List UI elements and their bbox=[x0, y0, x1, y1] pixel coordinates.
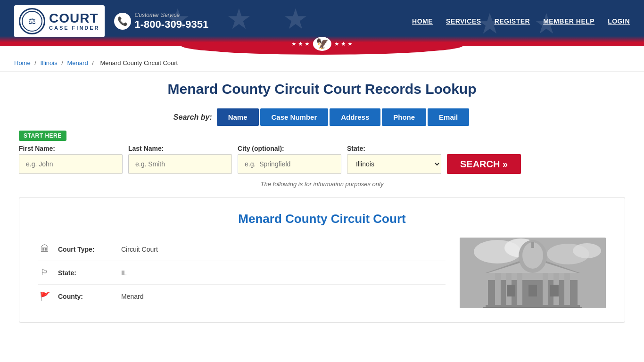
state-label-row: State: bbox=[58, 269, 115, 277]
svg-rect-17 bbox=[507, 285, 515, 296]
svg-rect-6 bbox=[495, 273, 501, 308]
nav-home[interactable]: HOME bbox=[412, 17, 433, 25]
first-name-label: First Name: bbox=[19, 145, 123, 152]
state-icon: 🏳 bbox=[38, 268, 51, 278]
phone-icon: 📞 bbox=[114, 13, 131, 30]
breadcrumb-illinois[interactable]: Illinois bbox=[41, 59, 58, 66]
tab-phone[interactable]: Phone bbox=[382, 108, 426, 126]
breadcrumb-sep-2: / bbox=[61, 59, 65, 66]
city-group: City (optional): bbox=[238, 145, 341, 174]
tab-name[interactable]: Name bbox=[217, 108, 259, 126]
eagle-icon: 🦅 bbox=[313, 37, 331, 51]
state-value: IL bbox=[121, 269, 127, 277]
last-name-group: Last Name: bbox=[128, 145, 232, 174]
breadcrumb-home[interactable]: Home bbox=[14, 59, 31, 66]
tab-case-number[interactable]: Case Number bbox=[260, 108, 329, 126]
county-value: Menard bbox=[121, 293, 143, 300]
court-info-details: 🏛 Court Type: Circuit Court 🏳 State: IL … bbox=[38, 238, 446, 308]
court-image bbox=[460, 238, 606, 308]
state-group: State: Illinois Alabama Alaska Arizona A… bbox=[347, 145, 441, 174]
nav-services[interactable]: SERVICES bbox=[446, 17, 481, 25]
main-nav: HOME SERVICES REGISTER MEMBER HELP LOGIN bbox=[412, 17, 630, 25]
breadcrumb-menard[interactable]: Menard bbox=[67, 59, 88, 66]
star-decoration: ★ bbox=[283, 2, 308, 35]
city-input[interactable] bbox=[238, 154, 341, 174]
eagle-stars-row: ★ ★ ★ 🦅 ★ ★ ★ bbox=[291, 37, 353, 51]
last-name-label: Last Name: bbox=[128, 145, 232, 152]
breadcrumb-sep-3: / bbox=[92, 59, 95, 66]
info-text: The following is for information purpose… bbox=[19, 181, 625, 188]
logo: ⚖ COURT CASE FINDER bbox=[14, 5, 105, 37]
county-label-row: County: bbox=[58, 293, 115, 300]
court-type-row: 🏛 Court Type: Circuit Court bbox=[38, 238, 446, 261]
stars-left: ★ ★ ★ bbox=[291, 41, 310, 47]
logo-text: COURT CASE FINDER bbox=[49, 12, 100, 31]
star-decoration: ★ bbox=[226, 2, 252, 35]
court-building-svg bbox=[460, 238, 606, 308]
main-content: Menard County Circuit Court Records Look… bbox=[0, 72, 644, 332]
svg-rect-9 bbox=[543, 273, 548, 308]
state-row: 🏳 State: IL bbox=[38, 261, 446, 285]
logo-seal-inner: ⚖ bbox=[22, 11, 42, 32]
city-label: City (optional): bbox=[238, 145, 341, 152]
header-left: ⚖ COURT CASE FINDER 📞 Customer Service 1… bbox=[14, 5, 208, 37]
building-icon: 🏛 bbox=[38, 244, 51, 254]
stars-right: ★ ★ ★ bbox=[334, 41, 353, 47]
first-name-group: First Name: bbox=[19, 145, 123, 174]
svg-rect-8 bbox=[517, 273, 522, 308]
search-form: First Name: Last Name: City (optional): … bbox=[19, 145, 625, 174]
start-here-badge: START HERE bbox=[19, 131, 66, 141]
phone-label: Customer Service bbox=[135, 12, 209, 18]
first-name-input[interactable] bbox=[19, 154, 123, 174]
svg-rect-20 bbox=[483, 307, 582, 308]
state-label: State: bbox=[347, 145, 441, 152]
breadcrumb-sep-1: / bbox=[34, 59, 38, 66]
breadcrumb: Home / Illinois / Menard / Menard County… bbox=[0, 55, 644, 72]
tab-address[interactable]: Address bbox=[330, 108, 380, 126]
search-tabs-container: Search by: Name Case Number Address Phon… bbox=[19, 108, 625, 126]
logo-court-text: COURT bbox=[49, 12, 100, 25]
svg-rect-11 bbox=[564, 273, 570, 308]
svg-point-4 bbox=[573, 243, 601, 258]
court-type-label: Court Type: bbox=[58, 246, 115, 253]
page-title: Menard County Circuit Court Records Look… bbox=[19, 81, 625, 97]
breadcrumb-current: Menard County Circuit Court bbox=[100, 59, 178, 66]
county-row: 🚩 County: Menard bbox=[38, 285, 446, 308]
svg-rect-21 bbox=[486, 305, 580, 307]
svg-rect-19 bbox=[550, 285, 559, 296]
svg-rect-18 bbox=[528, 285, 537, 296]
phone-number: 1-800-309-9351 bbox=[135, 18, 209, 31]
state-select[interactable]: Illinois Alabama Alaska Arizona Arkansas… bbox=[347, 154, 441, 174]
search-button[interactable]: SEARCH » bbox=[447, 154, 521, 174]
tab-email[interactable]: Email bbox=[428, 108, 469, 126]
court-info-box: Menard County Circuit Court 🏛 Court Type… bbox=[19, 197, 625, 323]
court-type-value: Circuit Court bbox=[121, 246, 158, 253]
eagle-decoration: ★ ★ ★ 🦅 ★ ★ ★ bbox=[291, 37, 353, 51]
search-section: START HERE First Name: Last Name: City (… bbox=[19, 131, 625, 174]
search-by-label: Search by: bbox=[173, 113, 212, 122]
svg-rect-16 bbox=[531, 242, 534, 248]
nav-login[interactable]: LOGIN bbox=[608, 17, 630, 25]
county-icon: 🚩 bbox=[38, 291, 51, 302]
site-header: ★ ★ ★ ★ ★ ⚖ COURT CASE FINDER 📞 Customer… bbox=[0, 0, 644, 42]
nav-member-help[interactable]: MEMBER HELP bbox=[543, 17, 594, 25]
phone-text: Customer Service 1-800-309-9351 bbox=[135, 12, 209, 31]
nav-register[interactable]: REGISTER bbox=[495, 17, 530, 25]
last-name-input[interactable] bbox=[128, 154, 232, 174]
court-info-title: Menard County Circuit Court bbox=[38, 212, 606, 226]
logo-seal: ⚖ bbox=[19, 8, 45, 34]
logo-case-finder-text: CASE FINDER bbox=[49, 25, 100, 31]
header-phone: 📞 Customer Service 1-800-309-9351 bbox=[114, 12, 209, 31]
court-info-layout: 🏛 Court Type: Circuit Court 🏳 State: IL … bbox=[38, 238, 606, 308]
